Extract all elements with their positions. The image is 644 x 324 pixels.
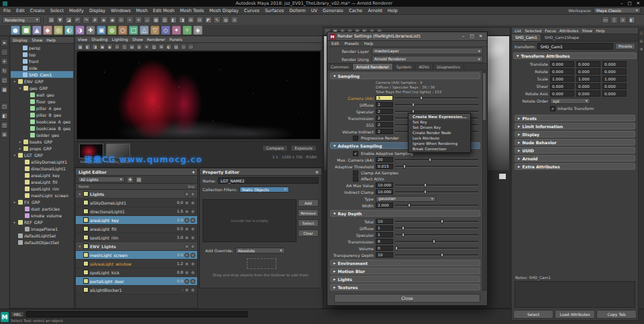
slider-thumb[interactable] bbox=[441, 219, 443, 223]
slider-thumb[interactable] bbox=[424, 190, 427, 194]
attribute-editor-action-button[interactable]: Copy Tab bbox=[596, 310, 637, 319]
menu-item[interactable]: Windows bbox=[111, 8, 130, 13]
outliner-item[interactable]: imagePlane1 bbox=[11, 225, 73, 232]
collapsed-section-header[interactable]: ▶ Arnold bbox=[515, 155, 635, 162]
z-value-field[interactable]: 0.000 bbox=[602, 61, 627, 67]
context-menu-item[interactable]: Set Key bbox=[409, 119, 470, 125]
include-action-button[interactable]: Add bbox=[298, 199, 319, 207]
render-settings-tab[interactable]: System bbox=[393, 64, 415, 70]
outliner-item[interactable]: wall_geo bbox=[11, 91, 73, 98]
viewport-toolbar-icon[interactable]: ◉ bbox=[107, 44, 113, 50]
render-settings-titlebar[interactable]: M Render Settings (fileNightLibrariesLis… bbox=[327, 32, 487, 41]
slider-track[interactable] bbox=[395, 232, 478, 237]
add-light-icon[interactable]: ✚ bbox=[127, 176, 133, 183]
panel-dock-icon[interactable]: ⊞ bbox=[640, 47, 643, 51]
minimize-button[interactable]: – bbox=[459, 33, 468, 40]
render-settings-tab[interactable]: AOVs bbox=[415, 64, 433, 70]
context-menu-item[interactable]: Break Connection bbox=[409, 146, 470, 152]
outliner-item[interactable]: ▸ props_GRP bbox=[11, 145, 73, 152]
shelf-tool-icon[interactable]: ▣ bbox=[97, 25, 106, 35]
context-menu-item[interactable]: Ignore When Rendering bbox=[409, 141, 470, 146]
slider-thumb[interactable] bbox=[424, 183, 427, 187]
light-enable-toggle[interactable] bbox=[184, 253, 189, 258]
panel-toggle-icon[interactable]: ▯ bbox=[610, 16, 618, 23]
slider-track[interactable] bbox=[395, 102, 478, 107]
statusline-icon[interactable]: ▤ bbox=[48, 16, 55, 23]
attribute-value-field[interactable]: 2 bbox=[376, 109, 393, 114]
slider-thumb[interactable] bbox=[402, 226, 405, 230]
statusline-icon[interactable]: ▫ bbox=[144, 16, 151, 23]
shelf-tool-icon[interactable]: □ bbox=[129, 25, 138, 35]
outliner-item[interactable]: pillar_B_geo bbox=[11, 111, 73, 118]
include-action-button[interactable]: Clear bbox=[298, 229, 319, 237]
y-value-field[interactable]: 0.000 bbox=[576, 83, 600, 89]
outliner-menu-item[interactable]: Help bbox=[46, 38, 56, 42]
menu-item[interactable]: Modify bbox=[69, 8, 84, 13]
light-solo-toggle[interactable] bbox=[191, 288, 195, 292]
maximize-button[interactable]: □ bbox=[468, 33, 476, 40]
light-row[interactable]: spotLight_kick 0.8 bbox=[76, 268, 197, 277]
light-solo-toggle[interactable] bbox=[191, 227, 195, 231]
light-row[interactable]: spotLight_rim 1.0 bbox=[76, 233, 197, 242]
mel-toggle-button[interactable]: MEL bbox=[11, 311, 24, 317]
attribute-value-field[interactable]: 2 bbox=[376, 115, 393, 121]
viewport-toolbar-icon[interactable]: ◐ bbox=[166, 44, 172, 50]
ray-depth-section-header[interactable]: ▼ Ray Depth bbox=[330, 210, 480, 217]
group-lights-icon[interactable]: ▤ bbox=[136, 176, 142, 183]
light-exposure-value[interactable]: 2.0 bbox=[172, 218, 183, 222]
light-color-swatch[interactable] bbox=[83, 235, 89, 240]
light-enable-toggle[interactable] bbox=[184, 227, 189, 231]
render-settings-tab[interactable]: Diagnostics bbox=[433, 64, 464, 70]
shelf-tool-icon[interactable]: ✦ bbox=[172, 25, 181, 35]
outliner-item[interactable]: ▾ ENV_GRP bbox=[11, 78, 73, 85]
statusline-icon[interactable]: ◧ bbox=[170, 16, 177, 23]
light-color-swatch[interactable] bbox=[83, 261, 89, 266]
attribute-value-field[interactable]: 3 bbox=[376, 95, 393, 101]
light-enable-toggle[interactable] bbox=[184, 262, 189, 266]
light-color-swatch[interactable] bbox=[83, 209, 89, 214]
outliner-item[interactable]: spotLight_rim bbox=[11, 185, 73, 192]
viewport-menu-item[interactable]: View bbox=[78, 37, 87, 42]
include-action-button[interactable]: Remove bbox=[298, 209, 319, 217]
collapsed-section-header[interactable]: ▶ Environment bbox=[330, 260, 480, 266]
menu-item[interactable]: Display bbox=[89, 8, 105, 13]
menu-item[interactable]: Create bbox=[30, 8, 45, 13]
checkbox[interactable] bbox=[353, 136, 358, 141]
checkbox[interactable] bbox=[353, 170, 358, 176]
outliner-item[interactable]: ▸ books_GRP bbox=[11, 138, 73, 145]
viewport-toolbar-icon[interactable]: ▭ bbox=[188, 44, 194, 50]
menu-item[interactable]: Deform bbox=[289, 8, 306, 13]
light-exposure-value[interactable]: 0.8 bbox=[172, 270, 183, 274]
outliner-item[interactable]: SHD_Cam1 bbox=[11, 71, 73, 78]
collapsed-section-header[interactable]: ▶ Textures bbox=[330, 284, 480, 290]
statusline-icon[interactable]: # bbox=[91, 16, 99, 23]
attribute-value-field[interactable]: 2.000 bbox=[376, 203, 393, 208]
menu-item[interactable]: Surfaces bbox=[265, 8, 284, 13]
light-enable-toggle[interactable] bbox=[184, 201, 189, 205]
outliner-item[interactable]: ladder_geo bbox=[11, 131, 73, 138]
snapshot-tab[interactable]: Exposure bbox=[290, 145, 317, 152]
scrollbar-thumb[interactable] bbox=[483, 73, 486, 120]
light-color-swatch[interactable] bbox=[83, 287, 89, 292]
light-enable-toggle[interactable] bbox=[184, 235, 189, 240]
statusline-icon[interactable]: ▥ bbox=[161, 16, 168, 23]
collection-filter-dropdown[interactable]: Static Objects ▼ bbox=[239, 186, 289, 193]
light-row[interactable]: directionalLight1 1.5 bbox=[76, 207, 197, 216]
attribute-value-field[interactable]: 20 bbox=[376, 157, 393, 162]
light-exposure-value[interactable]: 3.0 bbox=[172, 253, 183, 257]
menu-item[interactable]: Mesh Tools bbox=[180, 8, 204, 13]
attribute-value-field[interactable]: 10.000 bbox=[376, 189, 393, 195]
outliner-item[interactable]: side bbox=[11, 64, 73, 71]
tool-icon[interactable]: ◌ bbox=[1, 48, 8, 56]
light-exposure-value[interactable]: 1.2 bbox=[172, 262, 183, 266]
context-menu-item[interactable]: Create New Expression... bbox=[409, 114, 470, 119]
statusline-icon[interactable]: ↷ bbox=[83, 16, 90, 23]
scrollbar[interactable] bbox=[482, 71, 486, 290]
outliner-item[interactable]: ▾ LGT_GRP bbox=[11, 152, 73, 158]
viewport-menu-item[interactable]: Panels bbox=[169, 37, 182, 42]
light-enable-toggle[interactable] bbox=[184, 244, 189, 249]
expand-arrow-icon[interactable]: ▸ bbox=[13, 201, 17, 204]
light-solo-toggle[interactable] bbox=[191, 235, 195, 240]
shelf-tool-icon[interactable]: ◎ bbox=[54, 25, 63, 35]
outliner-item[interactable]: ▾ geo_GRP bbox=[11, 85, 73, 91]
